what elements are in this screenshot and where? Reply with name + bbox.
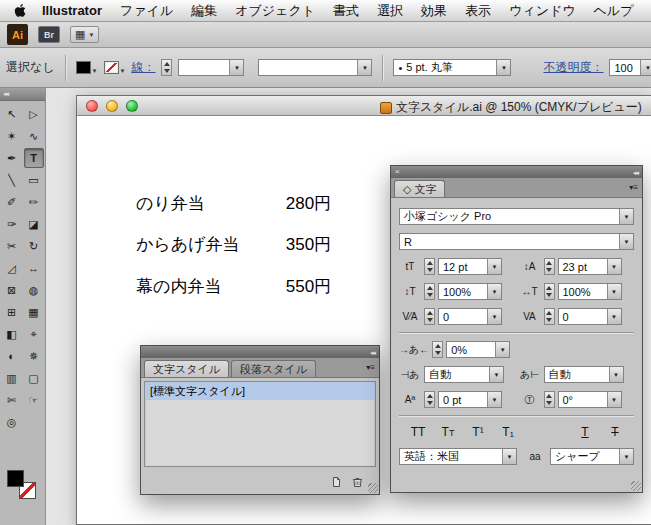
width-tool[interactable]: ↔	[24, 258, 44, 278]
canvas-text-line[interactable]: からあげ弁当 350円	[136, 233, 331, 256]
aki-left-select[interactable]: 自動	[424, 366, 504, 383]
menu-help[interactable]: ヘルプ	[585, 2, 643, 20]
menu-window[interactable]: ウィンドウ	[500, 2, 585, 20]
fill-color-swatch[interactable]	[76, 61, 91, 74]
menu-object[interactable]: オブジェクト	[226, 2, 324, 20]
vertical-scale-stepper[interactable]	[424, 283, 435, 300]
tsume-select[interactable]: 0%	[446, 341, 510, 358]
panel-close-icon[interactable]: ×	[395, 168, 400, 176]
kerning-stepper[interactable]	[424, 308, 435, 325]
pencil-tool[interactable]: ✏	[24, 192, 44, 212]
stroke-weight-select[interactable]	[178, 59, 244, 76]
font-style-select[interactable]: R	[399, 233, 634, 250]
horizontal-scale-select[interactable]: 100%	[558, 283, 622, 300]
tab-character[interactable]: ◇ 文字	[394, 180, 445, 197]
leading-stepper[interactable]	[544, 258, 555, 275]
tab-paragraph-styles[interactable]: 段落スタイル	[231, 360, 316, 377]
hand-tool[interactable]: ☞	[24, 390, 44, 410]
new-style-button[interactable]	[330, 476, 342, 488]
minimize-button[interactable]	[106, 100, 118, 112]
panel-drag-bar[interactable]: × ◂◂	[391, 166, 642, 178]
collapse-chevrons-icon[interactable]: ◂◂	[633, 169, 638, 176]
selection-tool[interactable]: ↖	[2, 104, 22, 124]
font-family-select[interactable]: 小塚ゴシック Pro	[399, 208, 634, 225]
mesh-tool[interactable]: ▦	[24, 302, 44, 322]
vertical-scale-select[interactable]: 100%	[438, 283, 502, 300]
close-button[interactable]	[86, 100, 98, 112]
horizontal-scale-stepper[interactable]	[544, 283, 555, 300]
tab-character-styles[interactable]: 文字スタイル	[144, 360, 229, 377]
kerning-select[interactable]: 0	[438, 308, 502, 325]
dock-collapse-header[interactable]: ◂◂	[0, 88, 45, 101]
menu-type[interactable]: 書式	[324, 2, 368, 20]
strikethrough-button[interactable]: T	[600, 425, 630, 439]
free-transform-tool[interactable]: ⊠	[2, 280, 22, 300]
scale-tool[interactable]: ◿	[2, 258, 22, 278]
font-size-select[interactable]: 12 pt	[438, 258, 502, 275]
fill-color-indicator[interactable]	[7, 470, 24, 487]
menu-view[interactable]: 表示	[456, 2, 500, 20]
panel-menu-icon[interactable]: ▾≡	[366, 364, 375, 372]
brush-definition-select[interactable]: • 5 pt. 丸筆	[393, 59, 511, 76]
stroke-panel-link[interactable]: 線：	[131, 59, 155, 76]
stroke-weight-stepper[interactable]	[161, 59, 172, 76]
direct-selection-tool[interactable]: ▷	[24, 104, 44, 124]
eyedropper-tool[interactable]: ⌖	[24, 324, 44, 344]
bridge-button[interactable]: Br	[38, 26, 60, 43]
canvas-text-line[interactable]: のり弁当 280円	[136, 192, 331, 215]
rotate-tool[interactable]: ↻	[24, 236, 44, 256]
menu-file[interactable]: ファイル	[111, 2, 182, 20]
zoom-button[interactable]	[126, 100, 138, 112]
scissors-tool[interactable]: ✂	[2, 236, 22, 256]
panel-drag-bar[interactable]: ◂◂	[141, 346, 379, 358]
baseline-shift-select[interactable]: 0 pt	[438, 391, 502, 408]
superscript-button[interactable]: T¹	[463, 425, 493, 439]
blend-tool[interactable]: ◐	[2, 346, 22, 366]
list-item-normal-character-style[interactable]: [標準文字スタイル]	[145, 382, 375, 400]
chevron-down-icon[interactable]: ▼	[120, 68, 126, 74]
panel-menu-icon[interactable]: ▾≡	[629, 184, 638, 192]
tracking-select[interactable]: 0	[558, 308, 622, 325]
blob-brush-tool[interactable]: ✑	[2, 214, 22, 234]
document-titlebar[interactable]: 文字スタイル.ai @ 150% (CMYK/プレビュー)	[77, 96, 651, 116]
line-segment-tool[interactable]: ╲	[2, 170, 22, 190]
character-rotation-select[interactable]: 0°	[558, 391, 622, 408]
delete-style-button[interactable]	[352, 476, 363, 488]
small-caps-button[interactable]: TT	[433, 425, 463, 439]
tsume-stepper[interactable]	[432, 341, 443, 358]
arrange-documents-button[interactable]: ▦ ▼	[70, 26, 99, 43]
variable-width-profile-select[interactable]	[258, 59, 372, 76]
graph-tool[interactable]: ▥	[2, 368, 22, 388]
zoom-tool[interactable]: ◎	[2, 412, 22, 432]
pen-tool[interactable]: ✒	[2, 148, 22, 168]
perspective-grid-tool[interactable]: ⊞	[2, 302, 22, 322]
canvas-text-line[interactable]: 幕の内弁当 550円	[136, 275, 331, 298]
stroke-color-swatch[interactable]	[104, 61, 119, 74]
subscript-button[interactable]: T₁	[493, 425, 523, 439]
tracking-stepper[interactable]	[544, 308, 555, 325]
symbol-sprayer-tool[interactable]: ✵	[24, 346, 44, 366]
menu-effect[interactable]: 効果	[412, 2, 456, 20]
fill-color-control[interactable]: ▼	[76, 61, 98, 74]
menu-edit[interactable]: 編集	[182, 2, 226, 20]
magic-wand-tool[interactable]: ✶	[2, 126, 22, 146]
resize-grip[interactable]	[368, 483, 378, 493]
menu-app-name[interactable]: Illustrator	[33, 3, 111, 18]
collapse-chevrons-icon[interactable]: ◂◂	[370, 349, 375, 356]
all-caps-button[interactable]: TT	[403, 425, 433, 439]
type-tool[interactable]: T	[24, 148, 44, 168]
rectangle-tool[interactable]: ▭	[24, 170, 44, 190]
artboard-tool[interactable]: ▢	[24, 368, 44, 388]
slice-tool[interactable]: ✄	[2, 390, 22, 410]
baseline-shift-stepper[interactable]	[424, 391, 435, 408]
chevron-down-icon[interactable]: ▼	[92, 68, 98, 74]
gradient-tool[interactable]: ◧	[2, 324, 22, 344]
resize-grip[interactable]	[631, 481, 641, 491]
shape-builder-tool[interactable]: ◍	[24, 280, 44, 300]
eraser-tool[interactable]: ◪	[24, 214, 44, 234]
paintbrush-tool[interactable]: ✐	[2, 192, 22, 212]
language-select[interactable]: 英語：米国	[399, 448, 517, 465]
opacity-panel-link[interactable]: 不透明度：	[543, 59, 603, 76]
leading-select[interactable]: 23 pt	[558, 258, 622, 275]
opacity-select[interactable]: 100	[609, 59, 651, 76]
